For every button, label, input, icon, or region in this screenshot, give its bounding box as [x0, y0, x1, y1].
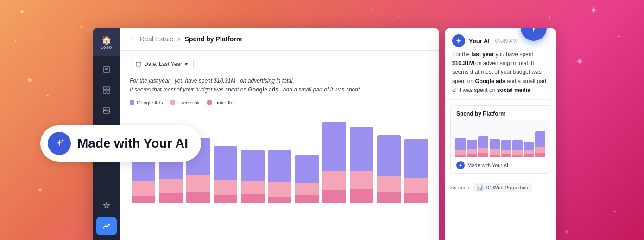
docs-icon	[102, 65, 111, 74]
bar-linkedin-3	[214, 195, 237, 203]
stacked-bar-4	[241, 150, 265, 203]
home-icon: 🏠	[101, 35, 112, 45]
ai-avatar-icon	[455, 38, 462, 44]
bar-group-8	[350, 127, 373, 203]
made-with-ai-badge[interactable]: Made with Your AI	[40, 125, 201, 162]
stacked-bar-6	[295, 155, 319, 203]
filter-chevron-icon: ▾	[185, 61, 188, 67]
stacked-bar-10	[404, 139, 428, 203]
source-badge[interactable]: 📊 IG Web Properties	[473, 183, 531, 192]
bar-linkedin-5	[268, 197, 292, 203]
legend-item-facebook: Facebook	[170, 100, 200, 105]
source-badge-icon: 📊	[477, 184, 484, 191]
mini-stacked-2	[478, 136, 488, 157]
bar-linkedin-7	[322, 190, 346, 203]
made-with-ai-text: Made with Your AI	[77, 136, 188, 151]
bar-linkedin-0	[132, 196, 155, 203]
sparkle-large-icon	[527, 28, 540, 34]
mini-bar-group-2	[478, 123, 488, 157]
legend-dot-linkedin	[207, 100, 212, 105]
mini-bar-group-0	[455, 123, 466, 157]
ai-avatar	[452, 34, 465, 47]
legend-item-linkedin: LinkedIn	[207, 100, 234, 105]
bar-facebook-9	[377, 176, 401, 192]
calendar-icon	[136, 61, 141, 67]
mini-stacked-3	[490, 139, 500, 157]
sidebar-item-grid[interactable]	[96, 81, 117, 99]
bar-linkedin-10	[404, 193, 428, 203]
legend-dot-facebook	[170, 100, 175, 105]
insight-line2: It seems that most of your budget was sp…	[130, 85, 430, 94]
insight-text: For the last year you have spent $10.31M…	[130, 77, 430, 94]
sidebar-item-docs[interactable]	[96, 60, 117, 79]
svg-rect-10	[136, 62, 141, 66]
mini-stacked-7	[535, 131, 545, 157]
grid-icon	[102, 86, 111, 94]
logo-text: LOGO	[101, 46, 113, 49]
mini-bar-group-4	[501, 123, 511, 157]
chart-legend: Google Ads Facebook LinkedIn	[130, 100, 430, 105]
bar-linkedin-1	[159, 193, 183, 203]
sidebar-item-chart[interactable]	[96, 217, 117, 235]
sidebar-item-image[interactable]	[96, 101, 117, 120]
mini-footer-text: Made with Your AI	[467, 162, 508, 168]
stacked-bar-5	[268, 150, 292, 203]
legend-label-facebook: Facebook	[177, 100, 200, 105]
svg-rect-6	[103, 91, 106, 93]
ai-timestamp: 09:49 AM	[495, 38, 517, 44]
bar-linkedin-8	[350, 189, 373, 203]
mini-sparkle-icon	[458, 163, 463, 168]
star-icon	[102, 201, 111, 210]
bar-google-8	[350, 127, 373, 171]
bar-facebook-10	[404, 178, 428, 193]
sources-label: Sources:	[450, 185, 470, 190]
mini-stacked-4	[501, 140, 511, 157]
bar-group-10	[404, 139, 428, 203]
bar-google-5	[268, 150, 292, 182]
ai-author-name: Your AI	[469, 38, 490, 45]
legend-label-linkedin: LinkedIn	[214, 100, 234, 105]
mini-chart-footer: Made with Your AI	[451, 157, 550, 173]
sidebar-logo: 🏠 LOGO	[93, 28, 120, 56]
bar-facebook-1	[159, 179, 183, 193]
bar-facebook-2	[186, 175, 210, 192]
mini-stacked-5	[512, 140, 523, 157]
svg-rect-5	[107, 87, 110, 90]
image-icon	[102, 106, 111, 115]
mini-bar-group-1	[467, 123, 477, 157]
legend-dot-google	[130, 100, 134, 105]
breadcrumb-parent[interactable]: Real Estate	[140, 35, 173, 43]
svg-rect-8	[103, 108, 110, 113]
mini-chart-card: Spend by Platform Made with Your AI	[450, 105, 550, 174]
bar-google-7	[322, 122, 346, 171]
filter-label: Date: Last Year	[144, 61, 182, 67]
breadcrumb-separator: >	[177, 35, 181, 43]
bar-linkedin-9	[377, 192, 401, 203]
bar-google-3	[214, 146, 237, 180]
topbar: ← Real Estate > Spend by Platform	[120, 28, 439, 51]
ai-msg-bold1: last year	[471, 51, 494, 58]
bar-group-7	[322, 122, 346, 203]
bar-facebook-5	[268, 182, 292, 197]
svg-rect-7	[107, 91, 110, 93]
stacked-bar-9	[377, 135, 401, 203]
mini-stacked-6	[524, 142, 534, 157]
stacked-bar-7	[322, 122, 346, 203]
mini-bar-group-7	[535, 123, 545, 157]
ai-panel: Your AI 09:49 AM For the last year you h…	[445, 28, 556, 240]
mini-footer-icon	[456, 161, 465, 169]
back-button[interactable]: ←	[130, 35, 136, 43]
ai-msg-bold3: Google ads	[475, 78, 505, 84]
mini-bar-group-5	[512, 123, 523, 157]
bar-linkedin-6	[295, 195, 319, 203]
bar-google-10	[404, 139, 428, 178]
legend-item-google: Google Ads	[130, 100, 163, 105]
bar-facebook-6	[295, 183, 319, 195]
sidebar-item-star[interactable]	[96, 196, 117, 215]
date-filter-button[interactable]: Date: Last Year ▾	[130, 58, 194, 70]
bar-group-5	[268, 150, 292, 203]
made-with-ai-icon	[48, 132, 71, 155]
ai-msg-bold4: social media	[497, 87, 530, 93]
legend-label-google: Google Ads	[137, 100, 163, 105]
bar-facebook-4	[241, 181, 265, 194]
